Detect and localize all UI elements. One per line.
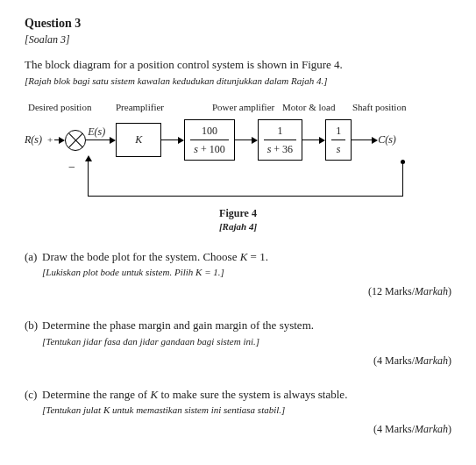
block-k-label: K [135, 133, 142, 146]
marks-it: Markah [415, 423, 448, 435]
part-b: (b) Determine the phase margin and gain … [25, 318, 451, 368]
block-power-amplifier: 100 s + 100 [184, 119, 234, 160]
diagram-labels: Desired position Preamplifier Power ampl… [28, 101, 451, 114]
intro-text: The block diagram for a position control… [25, 58, 343, 71]
question-title-sub: [Soalan 3] [25, 32, 451, 46]
feedback-path: − [74, 161, 441, 201]
figure-caption-sub: [Rajah 4] [25, 220, 451, 233]
label-motor: Motor & load [282, 101, 352, 114]
power-numerator: 100 [190, 124, 228, 140]
part-c: (c) Determine the range of K to make sur… [25, 387, 451, 437]
marks-end: ) [448, 423, 451, 435]
part-text: Draw the bode plot for the system. Choos… [42, 250, 268, 263]
question-title: Question 3 [25, 16, 451, 32]
part-sub: [Lukiskan plot bode untuk sistem. Pilih … [42, 266, 451, 279]
feedback-line [402, 161, 403, 196]
block-motor-load: 1 s + 36 [258, 119, 302, 160]
part-sub: [Tentukan jidar fasa dan jidar gandaan b… [42, 335, 451, 348]
part-marks: (4 Marks/Markah) [42, 354, 451, 368]
signal-minus: − [68, 160, 75, 176]
part-sub: [Tentukan julat K untuk memastikan siste… [42, 404, 451, 417]
label-preamp: Preamplifier [116, 101, 212, 114]
marks-pre: (12 Marks/ [368, 285, 415, 297]
marks-pre: (4 Marks/ [373, 423, 415, 435]
block-preamplifier: K [116, 123, 161, 156]
marks-it: Markah [415, 285, 448, 297]
part-marks: (4 Marks/Markah) [42, 422, 451, 436]
feedback-line [88, 161, 89, 196]
figure-caption: Figure 4 [Rajah 4] [25, 206, 451, 233]
part-a: (a) Draw the bode plot for the system. C… [25, 249, 451, 299]
power-denominator: s + 100 [190, 141, 228, 156]
marks-end: ) [448, 285, 451, 297]
marks-end: ) [448, 354, 451, 367]
part-letter: (c) [25, 387, 37, 403]
part-letter: (a) [25, 249, 37, 265]
label-power: Power amplifier [212, 101, 282, 114]
arrow-icon [178, 137, 184, 144]
part-text: Determine the phase margin and gain marg… [42, 318, 314, 332]
signal-input: R(s) [25, 132, 42, 147]
arrow-icon [319, 137, 325, 144]
part-text: Determine the range of K to make sure th… [42, 388, 347, 401]
figure-caption-main: Figure 4 [219, 207, 257, 219]
question-intro: The block diagram for a position control… [25, 57, 451, 73]
signal-plus: + [47, 133, 53, 147]
arrow-icon [252, 137, 258, 144]
question-intro-sub: [Rajah blok bagi satu sistem kawalan ked… [25, 75, 451, 88]
integ-denominator: s [331, 141, 345, 156]
motor-denominator: s + 36 [264, 141, 296, 156]
arrow-icon [372, 137, 378, 144]
label-desired: Desired position [28, 101, 94, 114]
arrow-icon [110, 137, 116, 144]
signal-error: E(s) [88, 125, 105, 139]
summing-junction [65, 130, 86, 151]
arrow-icon [59, 137, 65, 144]
block-integrator: 1 s [325, 119, 352, 160]
block-diagram: Desired position Preamplifier Power ampl… [25, 101, 451, 232]
signal-output: C(s) [378, 132, 396, 147]
part-marks: (12 Marks/Markah) [42, 284, 451, 298]
feedback-line [88, 196, 403, 197]
pickoff-node [401, 160, 405, 164]
label-shaft: Shaft position [352, 101, 448, 114]
motor-numerator: 1 [264, 124, 296, 140]
marks-pre: (4 Marks/ [373, 354, 415, 367]
integ-numerator: 1 [331, 124, 345, 140]
question-parts: (a) Draw the bode plot for the system. C… [25, 249, 451, 437]
marks-it: Markah [415, 354, 448, 367]
part-letter: (b) [25, 318, 38, 333]
